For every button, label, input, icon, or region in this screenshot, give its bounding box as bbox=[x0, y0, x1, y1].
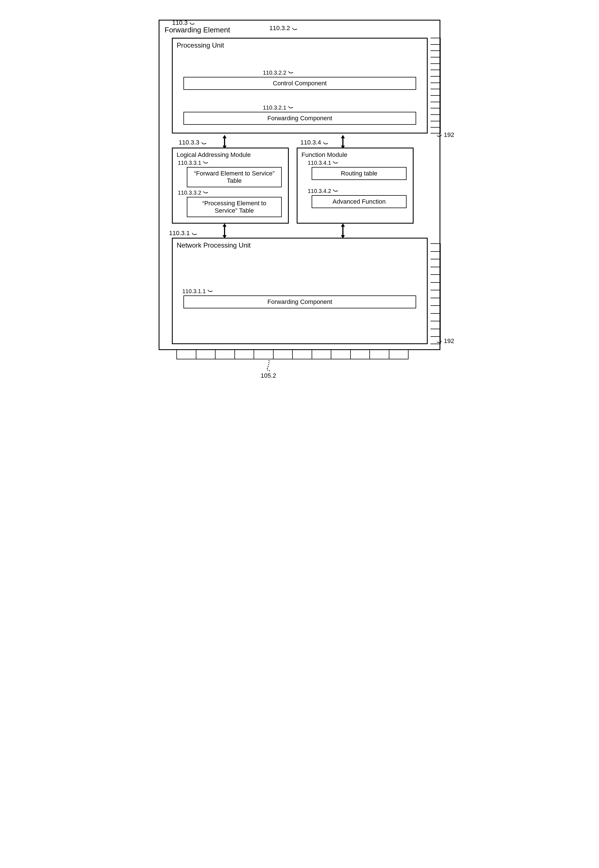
port-slot bbox=[430, 314, 440, 321]
ref-routing-table: 110.3.4.1 bbox=[308, 160, 339, 166]
control-component-box: 110.3.2.2 Control Component bbox=[184, 77, 416, 90]
svg-marker-7 bbox=[223, 223, 227, 227]
function-module-box: Function Module 110.3.4.1 Routing table … bbox=[296, 147, 414, 224]
port-slot bbox=[430, 83, 440, 90]
forwarding-element-title: Forwarding Element bbox=[164, 26, 430, 35]
dotted-lead-icon bbox=[265, 360, 276, 372]
port-slot bbox=[430, 259, 440, 267]
network-processing-unit-title: Network Processing Unit bbox=[177, 241, 423, 249]
arrow-pu-to-lam bbox=[221, 135, 227, 149]
svg-marker-1 bbox=[223, 135, 227, 138]
port-slot bbox=[430, 38, 440, 45]
ref-advanced-function: 110.3.4.2 bbox=[308, 188, 339, 194]
function-module-title: Function Module bbox=[301, 151, 409, 159]
side-ports-bottom bbox=[430, 243, 441, 344]
ref-function-module: 110.3.4 bbox=[300, 139, 328, 146]
ref-forwarding-component-pu: 110.3.2.1 bbox=[263, 105, 293, 111]
pe-to-service-box: 110.3.3.2 “Processing Element to Service… bbox=[187, 197, 282, 217]
port-slot bbox=[430, 115, 440, 122]
port-slot bbox=[430, 64, 440, 71]
svg-marker-4 bbox=[341, 135, 345, 138]
ref-logical-addressing-module: 110.3.3 bbox=[179, 139, 207, 146]
forwarding-element-box: Forwarding Element 110.3.2 Processing Un… bbox=[159, 20, 440, 350]
routing-table-label: Routing table bbox=[341, 170, 378, 177]
advanced-function-box: 110.3.4.2 Advanced Function bbox=[312, 195, 406, 208]
forwarding-component-npu-box: 110.3.1.1 Forwarding Component bbox=[184, 296, 416, 308]
port-slot bbox=[430, 298, 440, 306]
ref-processing-unit: 110.3.2 bbox=[269, 24, 298, 32]
port-slot bbox=[430, 108, 440, 115]
forwarding-component-pu-box: 110.3.2.1 Forwarding Component bbox=[184, 112, 416, 125]
port-slot bbox=[430, 244, 440, 252]
port-slot bbox=[430, 122, 440, 128]
port-slot bbox=[430, 102, 440, 109]
port-slot bbox=[430, 306, 440, 314]
port-slot bbox=[430, 77, 440, 83]
port-slot bbox=[430, 321, 440, 329]
network-processing-unit-box: Network Processing Unit 110.3.1.1 Forwar… bbox=[172, 238, 428, 344]
processing-unit-title: Processing Unit bbox=[177, 41, 423, 49]
port-slot bbox=[430, 283, 440, 291]
ref-bottom-ports: 105.2 bbox=[260, 372, 276, 379]
svg-marker-10 bbox=[341, 223, 345, 227]
port-slot bbox=[430, 70, 440, 77]
port-slot bbox=[430, 96, 440, 102]
ref-side-ports-top: 192 bbox=[436, 131, 454, 138]
port-slot bbox=[430, 57, 440, 64]
control-component-label: Control Component bbox=[273, 80, 327, 87]
side-ports-top bbox=[430, 38, 441, 134]
port-slot bbox=[430, 45, 440, 51]
advanced-function-label: Advanced Function bbox=[333, 198, 385, 205]
arrow-fm-to-npu bbox=[340, 223, 345, 239]
port-slot bbox=[430, 89, 440, 96]
pe-to-service-label: “Processing Element to Service” Table bbox=[202, 200, 266, 214]
port-slot bbox=[430, 329, 440, 337]
fe-to-service-box: 110.3.3.1 “Forward Element to Service” T… bbox=[187, 167, 282, 187]
arrow-lam-to-npu bbox=[221, 223, 227, 239]
ref-control-component: 110.3.2.2 bbox=[263, 69, 293, 76]
ref-forwarding-component-npu: 110.3.1.1 bbox=[182, 288, 213, 294]
logical-addressing-module-title: Logical Addressing Module bbox=[177, 151, 284, 159]
ref-network-processing-unit: 110.3.1 bbox=[169, 230, 197, 237]
fe-to-service-label: “Forward Element to Service” Table bbox=[194, 170, 274, 184]
forwarding-component-npu-label: Forwarding Component bbox=[267, 298, 332, 305]
processing-unit-box: Processing Unit 110.3.2.2 Control Compon… bbox=[172, 38, 428, 134]
diagram-root: 110.3 Forwarding Element 110.3.2 Process… bbox=[159, 20, 440, 370]
port-slot bbox=[430, 267, 440, 275]
port-slot bbox=[430, 252, 440, 260]
port-slot bbox=[430, 275, 440, 283]
forwarding-component-pu-label: Forwarding Component bbox=[267, 115, 332, 122]
logical-addressing-module-box: Logical Addressing Module 110.3.3.1 “For… bbox=[172, 147, 289, 224]
ref-fe-to-service: 110.3.3.1 bbox=[178, 160, 209, 166]
port-slot bbox=[430, 290, 440, 298]
ref-side-ports-bottom: 192 bbox=[436, 337, 454, 345]
port-slot bbox=[430, 51, 440, 57]
ref-pe-to-service: 110.3.3.2 bbox=[178, 189, 209, 196]
routing-table-box: 110.3.4.1 Routing table bbox=[312, 167, 406, 180]
arrow-pu-to-fm bbox=[340, 135, 345, 149]
